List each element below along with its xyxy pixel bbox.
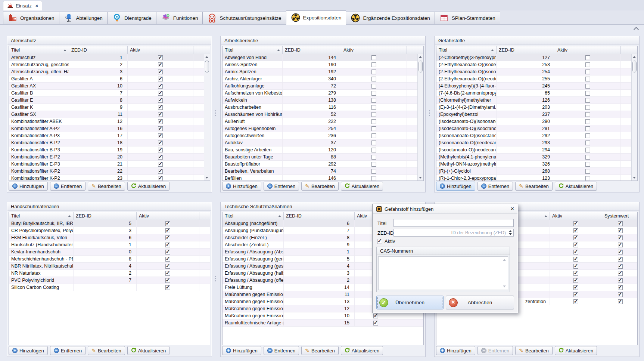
column-header-Aktiv[interactable]: Aktiv bbox=[550, 212, 602, 220]
atemschutz-refresh-button[interactable]: Aktualisieren bbox=[127, 182, 169, 191]
table-row[interactable]: Gasfilter SX11 bbox=[9, 111, 210, 118]
table-row[interactable]: (Chlormethyl)methylether126 bbox=[436, 97, 637, 104]
scroll-up-icon[interactable] bbox=[503, 259, 506, 261]
table-row[interactable]: Gasfilter K9 bbox=[9, 104, 210, 111]
checkbox-checked[interactable] bbox=[573, 250, 578, 254]
table-row[interactable]: (Isononanoato-O)(isooctano...292 bbox=[436, 132, 637, 139]
checkbox-checked[interactable] bbox=[165, 250, 170, 254]
table-row[interactable]: Bauarbeiten unter Tage88 bbox=[223, 154, 423, 161]
zed-id-spinner[interactable] bbox=[508, 229, 513, 236]
splan_panel-refresh-button[interactable]: Aktualisieren bbox=[555, 346, 597, 355]
gefahrstoffe-remove-button[interactable]: Entfernen bbox=[477, 182, 513, 191]
checkbox-checked[interactable] bbox=[165, 271, 170, 276]
table-row[interactable]: Abwiegen von Hand144 bbox=[223, 54, 423, 61]
cancel-button[interactable]: Abbrechen bbox=[446, 296, 514, 309]
arbeitsbereiche-edit-button[interactable]: Bearbeiten bbox=[301, 182, 339, 191]
checkbox-checked[interactable] bbox=[158, 84, 163, 89]
column-header-Titel[interactable]: Titel bbox=[223, 212, 284, 220]
checkbox[interactable] bbox=[371, 148, 376, 152]
table-row[interactable]: PVC Polyvinylchlorid7 bbox=[9, 277, 210, 284]
checkbox-checked[interactable] bbox=[158, 98, 163, 103]
tab-splan-stammdaten[interactable]: SPlan-Stammdaten bbox=[435, 12, 500, 24]
checkbox[interactable] bbox=[585, 133, 590, 138]
checkbox-checked[interactable] bbox=[573, 299, 578, 304]
checkbox[interactable] bbox=[371, 55, 376, 60]
table-row[interactable]: Atemschutzanzug, offen: Hä...3 bbox=[9, 68, 210, 75]
table-row[interactable]: Maßnahmen gegen Emission:...10 bbox=[223, 312, 423, 320]
handschuhmaterialien-remove-button[interactable]: Entfernen bbox=[50, 346, 85, 355]
table-row[interactable]: Gasfilter E8 bbox=[9, 97, 210, 104]
checkbox[interactable] bbox=[371, 169, 376, 174]
checkbox-checked[interactable] bbox=[165, 228, 170, 233]
technische_schutzmassnahmen-remove-button[interactable]: Entfernen bbox=[264, 346, 299, 355]
checkbox-checked[interactable] bbox=[618, 250, 623, 254]
checkbox-checked[interactable] bbox=[158, 70, 163, 74]
checkbox[interactable] bbox=[585, 91, 590, 96]
checkbox-checked[interactable] bbox=[618, 292, 623, 297]
table-row[interactable]: Kombinationsfilter E-P220 bbox=[9, 154, 210, 161]
checkbox-checked[interactable] bbox=[158, 126, 163, 131]
tab-funktionen[interactable]: Funktionen bbox=[156, 12, 203, 24]
checkbox-checked[interactable] bbox=[618, 271, 623, 276]
checkbox-checked[interactable] bbox=[573, 278, 578, 283]
scroll-up-icon[interactable] bbox=[419, 56, 422, 58]
checkbox[interactable] bbox=[585, 55, 590, 60]
gefahrstoffe-add-button[interactable]: Hinzufügen bbox=[436, 182, 475, 191]
cas-list[interactable] bbox=[378, 256, 508, 290]
table-row[interactable]: Mehrschichtenhandschuh - PE...8 bbox=[9, 256, 210, 263]
table-row[interactable]: (Isodecanoato-O)(isononano...290 bbox=[436, 118, 637, 125]
checkbox-checked[interactable] bbox=[158, 169, 163, 174]
table-row[interactable]: Kombinationsfilter ABEK12 bbox=[9, 118, 210, 125]
checkbox[interactable] bbox=[585, 112, 590, 117]
table-row[interactable]: Atemschutzanzug, geschloss...2 bbox=[9, 61, 210, 68]
tab-dienstgrade[interactable]: Dienstgrade bbox=[108, 12, 156, 24]
column-header-Aktiv[interactable]: Aktiv bbox=[137, 212, 199, 220]
atemschutz-remove-button[interactable]: Entfernen bbox=[50, 182, 85, 191]
column-header-ZED-ID[interactable]: ZED-ID bbox=[284, 212, 355, 220]
close-tab-icon[interactable] bbox=[35, 3, 38, 9]
checkbox-checked[interactable] bbox=[165, 264, 170, 269]
checkbox-checked[interactable] bbox=[573, 292, 578, 297]
splitter-grip[interactable] bbox=[215, 276, 216, 277]
checkbox[interactable] bbox=[585, 77, 590, 81]
table-row[interactable]: (2-Ethylhexanoato-O)(isono...254 bbox=[436, 68, 637, 75]
checkbox-checked[interactable] bbox=[373, 321, 378, 325]
table-row[interactable]: Kombinationsfilter K-P223 bbox=[9, 175, 210, 181]
table-row[interactable]: (Isononanoato-O)(neodecan...293 bbox=[436, 139, 637, 146]
column-header-ZED-ID[interactable]: ZED-ID bbox=[283, 46, 341, 54]
checkbox-checked[interactable] bbox=[573, 228, 578, 233]
checkbox-checked[interactable] bbox=[165, 257, 170, 262]
handschuhmaterialien-refresh-button[interactable]: Aktualisieren bbox=[127, 346, 169, 355]
gefahrstoffe-refresh-button[interactable]: Aktualisieren bbox=[555, 182, 597, 191]
column-header-ZED-ID[interactable]: ZED-ID bbox=[497, 46, 555, 54]
splan_panel-add-button[interactable]: Hinzufügen bbox=[436, 346, 475, 355]
arbeitsbereiche-refresh-button[interactable]: Aktualisieren bbox=[341, 182, 383, 191]
checkbox-checked[interactable] bbox=[165, 235, 170, 240]
checkbox[interactable] bbox=[371, 155, 376, 160]
zed-id-field[interactable] bbox=[393, 229, 514, 237]
checkbox[interactable] bbox=[585, 70, 590, 74]
checkbox[interactable] bbox=[371, 62, 376, 67]
table-row[interactable]: CR Polychloroprenlatex, Polyc...3 bbox=[9, 227, 210, 234]
checkbox-checked[interactable] bbox=[165, 243, 170, 247]
checkbox[interactable] bbox=[585, 62, 590, 67]
table-row[interactable]: (E)-3-(1-(4-(2-(Dimethylami...203 bbox=[436, 104, 637, 111]
tab-organisationen[interactable]: Organisationen bbox=[3, 12, 59, 24]
checkbox-checked[interactable] bbox=[165, 221, 170, 226]
checkbox[interactable] bbox=[585, 148, 590, 152]
checkbox-checked[interactable] bbox=[618, 285, 623, 290]
table-row[interactable]: Silicon Carbon Coating bbox=[9, 284, 210, 291]
checkbox[interactable] bbox=[371, 91, 376, 96]
table-row[interactable]: Airless-Spritzen190 bbox=[223, 61, 423, 68]
scroll-up-icon[interactable] bbox=[633, 56, 636, 58]
table-row[interactable]: Gasfilter B7 bbox=[9, 90, 210, 97]
checkbox[interactable] bbox=[371, 141, 376, 145]
checkbox-checked[interactable] bbox=[618, 264, 623, 269]
table-row[interactable]: (4-Ethoxyphenyl)(3-(4-fluor-...245 bbox=[436, 83, 637, 90]
checkbox-checked[interactable] bbox=[573, 271, 578, 276]
spinner-down-icon[interactable] bbox=[509, 233, 512, 235]
splitter-grip[interactable] bbox=[429, 110, 430, 111]
table-row[interactable]: (Isooctanoato-O)(neodecan...294 bbox=[436, 146, 637, 154]
table-row[interactable]: (2-Ethylhexanoato-O)(neode...255 bbox=[436, 75, 637, 83]
splitter-grip[interactable] bbox=[215, 110, 216, 111]
